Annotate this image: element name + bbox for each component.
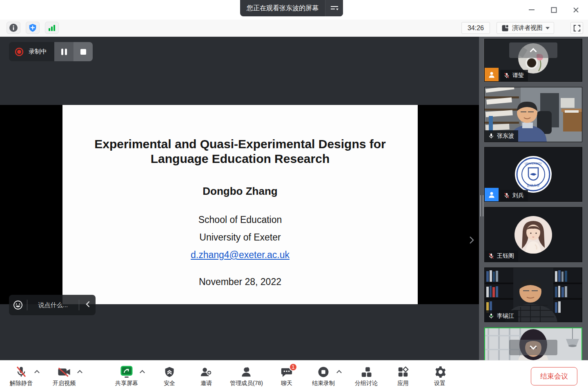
apps-icon (397, 366, 409, 378)
mic-speaking-icon (488, 313, 494, 319)
shared-screen-stage: Experimental and Quasi-Experimental Desi… (0, 37, 479, 360)
security-button[interactable]: 安全 (156, 362, 183, 391)
chat-input[interactable]: 说点什么... (27, 301, 79, 309)
mic-on-icon (488, 133, 494, 139)
window-controls (526, 4, 581, 16)
participants-icon (240, 366, 252, 378)
recording-dot-icon (15, 47, 24, 56)
info-icon (9, 23, 18, 32)
breakout-rooms-icon (360, 366, 372, 378)
svg-text:吉林大学: 吉林大学 (527, 184, 540, 187)
slide-author: Dongbo Zhang (62, 185, 418, 198)
slide-affiliation-1: School of Education (62, 213, 418, 227)
mic-muted-icon (15, 366, 27, 378)
share-screen-icon (120, 366, 134, 378)
end-meeting-button[interactable]: 结束会议 (531, 367, 577, 385)
slide-affiliation-2: University of Exeter (62, 231, 418, 244)
unmute-button[interactable]: 解除静音 (8, 362, 34, 391)
participant-name: 刘兵 (512, 192, 524, 199)
close-button[interactable] (570, 4, 581, 16)
minimize-icon (528, 7, 535, 13)
breakout-rooms-button[interactable]: 分组讨论 (353, 362, 379, 391)
pause-recording-button[interactable] (54, 42, 74, 61)
share-screen-button[interactable]: 共享屏幕 (114, 362, 140, 391)
titlebar: 您正在观看张东波的屏幕 (0, 0, 588, 20)
chevron-up-icon (530, 48, 537, 55)
recording-label: 录制中 (29, 48, 47, 56)
svg-text:UNIVERSITY: UNIVERSITY (525, 162, 542, 165)
manage-participants-button[interactable]: 管理成员(78) (230, 362, 263, 391)
apps-button[interactable]: 应用 (390, 362, 416, 391)
participant-tile[interactable]: 张东波 (484, 87, 582, 142)
slide-date: November 28, 2022 (62, 276, 418, 287)
collapse-chat-button[interactable] (79, 301, 96, 309)
meeting-timer: 34:26 (461, 22, 490, 34)
participant-tile[interactable]: UNIVERSITY 吉林大学 刘兵 (484, 147, 582, 202)
scroll-up-button[interactable] (509, 42, 557, 58)
participant-badge-orange (485, 68, 499, 81)
end-recording-button[interactable]: 结束录制 (310, 362, 336, 391)
scroll-down-button[interactable] (509, 340, 557, 355)
list-options-icon (330, 4, 339, 12)
minimize-button[interactable] (526, 4, 537, 16)
chevron-left-icon (85, 301, 90, 307)
avatar: UNIVERSITY 吉林大学 (514, 156, 552, 193)
video-options-chevron[interactable] (77, 370, 82, 375)
emoji-button[interactable] (9, 300, 27, 310)
encryption-button[interactable] (26, 22, 40, 34)
maximize-button[interactable] (548, 4, 559, 16)
participant-name: 张东波 (497, 132, 514, 140)
share-options-chevron[interactable] (140, 370, 145, 375)
fullscreen-button[interactable] (570, 22, 583, 34)
invite-button[interactable]: 邀请 (193, 362, 219, 391)
participant-name: 李锡江 (497, 312, 514, 320)
camera-off-icon (57, 366, 71, 378)
panel-resize-handle[interactable] (480, 195, 483, 216)
email-link[interactable]: d.zhang4@exeter.ac.uk (191, 249, 290, 260)
signal-icon (47, 23, 56, 32)
watching-screen-text: 您正在观看张东波的屏幕 (240, 4, 325, 13)
avatar (514, 216, 552, 254)
view-mode-label: 演讲者视图 (512, 24, 543, 32)
shield-plus-icon (28, 23, 37, 32)
view-mode-button[interactable]: 演讲者视图 (497, 22, 554, 34)
mic-muted-icon (503, 192, 510, 199)
person-icon (488, 191, 496, 199)
security-shield-icon (164, 366, 175, 378)
main-area: Experimental and Quasi-Experimental Desi… (0, 37, 588, 360)
maximize-icon (551, 7, 557, 13)
expand-panel-button[interactable] (469, 235, 474, 247)
pause-icon (61, 48, 67, 56)
chevron-right-icon (469, 235, 474, 245)
meeting-topbar: 34:26 演讲者视图 (0, 20, 588, 37)
participant-name: 王钰阁 (497, 252, 514, 260)
participant-name: 谭莹 (512, 72, 524, 79)
participant-tile-active[interactable] (484, 327, 582, 360)
fullscreen-icon (573, 24, 581, 32)
banner-menu-button[interactable] (325, 0, 343, 16)
presentation-slide: Experimental and Quasi-Experimental Desi… (62, 105, 418, 304)
participant-tile[interactable]: 王钰阁 (484, 207, 582, 262)
slide-email: d.zhang4@exeter.ac.uk (62, 248, 418, 262)
chevron-down-icon (530, 343, 537, 350)
topbar-left-buttons (7, 22, 59, 34)
recording-options-chevron[interactable] (336, 370, 342, 375)
stop-recording-button[interactable] (74, 42, 93, 61)
settings-button[interactable]: 设置 (427, 362, 453, 391)
illustrated-girl-avatar (514, 216, 552, 254)
watching-screen-banner: 您正在观看张东波的屏幕 (240, 0, 343, 16)
recording-status: 录制中 (9, 42, 54, 61)
participant-tile[interactable]: 谭莹 (484, 39, 582, 82)
participant-nameplate: 李锡江 (485, 310, 518, 322)
network-quality-button[interactable] (45, 22, 59, 34)
stop-icon (80, 49, 87, 55)
start-video-button[interactable]: 开启视频 (51, 362, 77, 391)
speaker-view-icon (501, 24, 509, 32)
meeting-info-button[interactable] (7, 22, 20, 34)
chat-unread-badge: 1 (289, 363, 297, 371)
participant-tile[interactable]: 李锡江 (484, 267, 582, 322)
participant-nameplate: 刘兵 (500, 190, 528, 201)
chat-button[interactable]: 聊天 1 (274, 362, 300, 391)
unmute-options-chevron[interactable] (34, 370, 40, 375)
meeting-window: 您正在观看张东波的屏幕 (0, 0, 588, 392)
